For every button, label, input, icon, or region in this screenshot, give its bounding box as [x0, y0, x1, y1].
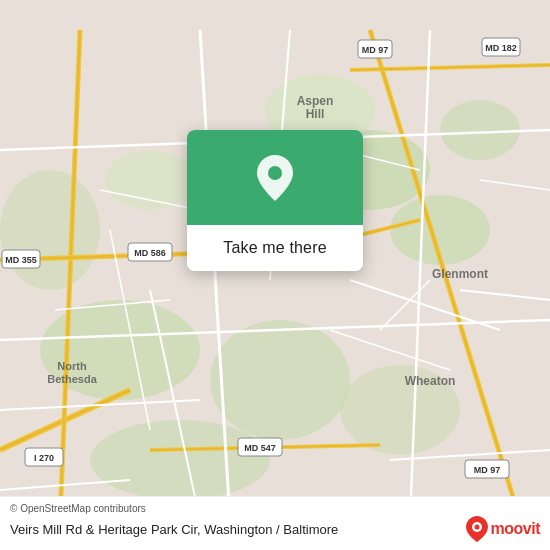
osm-credit: © OpenStreetMap contributors — [10, 503, 540, 514]
svg-text:MD 586: MD 586 — [134, 248, 166, 258]
card-button-section: Take me there — [187, 225, 363, 271]
card-green-section — [187, 130, 363, 225]
take-me-there-button[interactable]: Take me there — [199, 235, 351, 261]
svg-text:Bethesda: Bethesda — [47, 373, 97, 385]
svg-point-63 — [268, 166, 282, 180]
svg-text:MD 355: MD 355 — [5, 255, 37, 265]
svg-text:Hill: Hill — [306, 107, 325, 121]
svg-text:Aspen: Aspen — [297, 94, 334, 108]
svg-text:MD 182: MD 182 — [485, 43, 517, 53]
location-pin-icon — [255, 153, 295, 203]
moovit-pin-icon — [466, 516, 488, 542]
svg-point-10 — [105, 150, 195, 210]
svg-point-65 — [474, 525, 479, 530]
svg-text:North: North — [57, 360, 87, 372]
moovit-logo: moovit — [466, 516, 540, 542]
svg-text:MD 97: MD 97 — [474, 465, 501, 475]
moovit-brand-text: moovit — [491, 520, 540, 538]
svg-text:MD 547: MD 547 — [244, 443, 276, 453]
svg-text:I 270: I 270 — [34, 453, 54, 463]
bottom-info-row: Veirs Mill Rd & Heritage Park Cir, Washi… — [10, 516, 540, 542]
svg-text:Wheaton: Wheaton — [405, 374, 456, 388]
svg-text:Glenmont: Glenmont — [432, 267, 488, 281]
action-card: Take me there — [187, 130, 363, 271]
map-container: MD 97 MD 182 MD 355 MD 586 I 270 MD 547 … — [0, 0, 550, 550]
osm-credit-text: © OpenStreetMap contributors — [10, 503, 146, 514]
location-text: Veirs Mill Rd & Heritage Park Cir, Washi… — [10, 522, 338, 537]
map-svg: MD 97 MD 182 MD 355 MD 586 I 270 MD 547 … — [0, 0, 550, 550]
bottom-bar: © OpenStreetMap contributors Veirs Mill … — [0, 496, 550, 550]
svg-point-3 — [440, 100, 520, 160]
svg-point-5 — [210, 320, 350, 440]
svg-point-6 — [0, 170, 100, 290]
svg-text:MD 97: MD 97 — [362, 45, 389, 55]
